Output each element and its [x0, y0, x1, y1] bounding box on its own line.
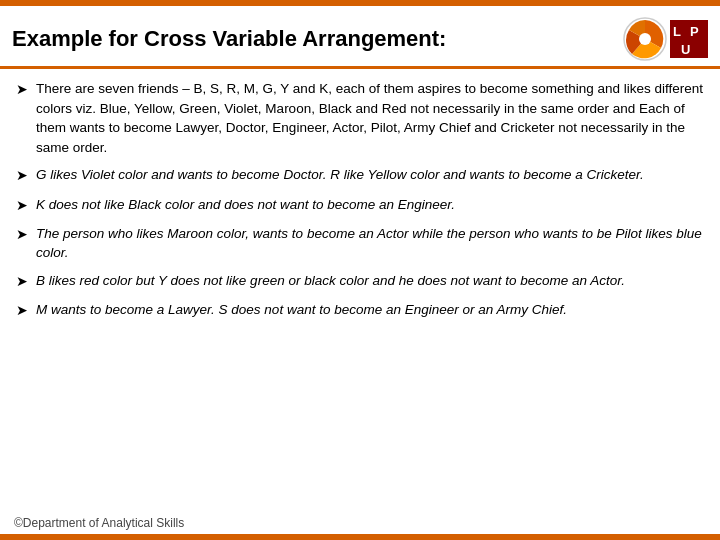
page-title: Example for Cross Variable Arrangement:: [12, 26, 446, 52]
main-content: ➤ There are seven friends – B, S, R, M, …: [0, 69, 720, 338]
bottom-border: [0, 534, 720, 540]
bullet-arrow-6: ➤: [16, 301, 28, 321]
top-border: [0, 0, 720, 6]
bullet-text-5: B likes red color but Y does not like gr…: [36, 271, 625, 291]
bullet-item-3: ➤ K does not like Black color and does n…: [16, 195, 704, 216]
bullet-arrow-4: ➤: [16, 225, 28, 245]
footer-text: ©Department of Analytical Skills: [14, 516, 184, 530]
header: Example for Cross Variable Arrangement: …: [0, 6, 720, 69]
bullet-text-4: The person who likes Maroon color, wants…: [36, 224, 704, 263]
bullet-item-2: ➤ G likes Violet color and wants to beco…: [16, 165, 704, 186]
bullet-text-3: K does not like Black color and does not…: [36, 195, 455, 215]
svg-rect-6: [689, 39, 708, 58]
logo-area: L P U: [622, 16, 708, 62]
bullet-item-4: ➤ The person who likes Maroon color, wan…: [16, 224, 704, 263]
bullet-item-6: ➤ M wants to become a Lawyer. S does not…: [16, 300, 704, 321]
svg-text:P: P: [690, 24, 699, 39]
university-logo-circle: [622, 16, 668, 62]
bullet-text-2: G likes Violet color and wants to become…: [36, 165, 644, 185]
svg-text:U: U: [681, 42, 690, 57]
bullet-item-5: ➤ B likes red color but Y does not like …: [16, 271, 704, 292]
svg-point-1: [639, 33, 651, 45]
bullet-arrow-1: ➤: [16, 80, 28, 100]
lpu-logo-square: L P U: [670, 20, 708, 58]
bullet-text-6: M wants to become a Lawyer. S does not w…: [36, 300, 567, 320]
bullet-text-1: There are seven friends – B, S, R, M, G,…: [36, 79, 704, 157]
bullet-arrow-5: ➤: [16, 272, 28, 292]
bullet-item-1: ➤ There are seven friends – B, S, R, M, …: [16, 79, 704, 157]
bullet-arrow-2: ➤: [16, 166, 28, 186]
bullet-arrow-3: ➤: [16, 196, 28, 216]
svg-text:L: L: [673, 24, 681, 39]
